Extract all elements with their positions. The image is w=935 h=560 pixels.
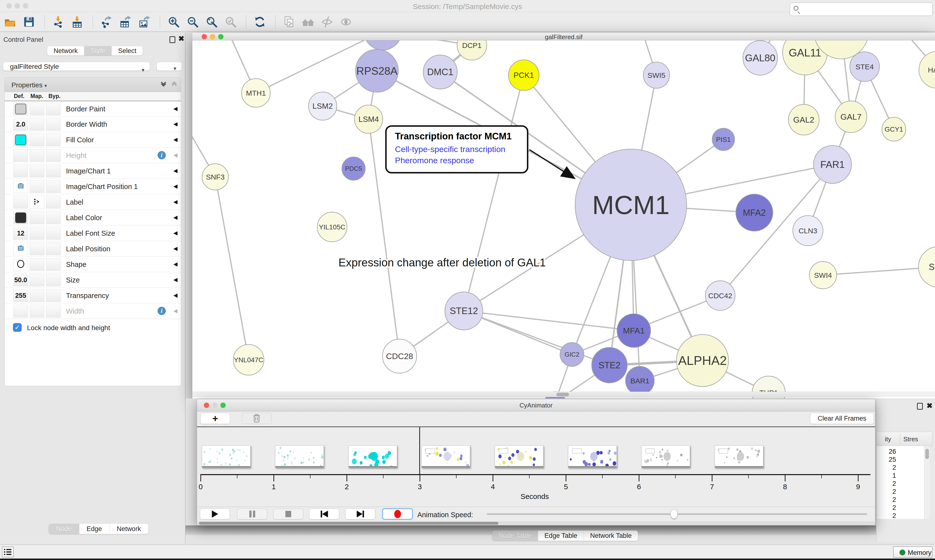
property-row-image-chart-1[interactable]: Image/Chart 1◀ [5,163,181,178]
property-row-width[interactable]: Widthi◀ [5,303,181,319]
cyanimator-hscrollbar[interactable] [197,521,875,525]
property-row-size[interactable]: 50.0Size◀ [5,272,181,288]
value-cell[interactable] [30,103,44,115]
value-cell[interactable] [13,180,28,193]
tab-network[interactable]: Network [110,524,148,534]
collapse-arrow-icon[interactable]: ◀ [173,308,177,314]
value-cell[interactable]: 2.0 [13,118,28,131]
collapse-arrow-icon[interactable]: ◀ [173,261,177,267]
scrollbar-thumb[interactable] [925,449,929,459]
hide-panels-icon[interactable] [321,16,333,28]
tab-edge-table[interactable]: Edge Table [538,531,584,541]
table-cell[interactable]: 2 [876,464,896,471]
birdseye-icon[interactable] [302,16,314,28]
task-history-button[interactable] [2,547,14,557]
network-hscrollbar[interactable] [192,392,935,397]
info-icon[interactable]: i [157,307,166,315]
column-header[interactable]: ity [876,435,891,443]
value-cell[interactable] [30,149,44,162]
property-row-fill-color[interactable]: Fill Color◀ [5,132,181,148]
annotation-text[interactable]: Expression change after deletion of GAL1 [338,256,546,269]
value-cell[interactable] [30,227,44,240]
pause-button[interactable] [237,509,267,519]
value-cell[interactable] [46,180,61,193]
value-cell[interactable] [46,243,61,255]
value-cell[interactable] [30,211,44,224]
annotation-callout[interactable]: Transcription factor MCM1 Cell-type-spec… [385,125,528,174]
close-panel-icon[interactable]: ✖ [926,402,933,409]
collapse-arrow-icon[interactable]: ◀ [173,199,177,205]
apply-layout-icon[interactable] [254,16,266,28]
callout-link[interactable]: Pheromone response [395,155,527,166]
value-cell[interactable] [30,196,44,208]
export-image-icon[interactable] [138,16,150,28]
collapse-arrow-icon[interactable]: ◀ [173,106,177,112]
save-session-icon[interactable] [23,16,35,28]
search-input[interactable] [790,2,933,16]
playhead[interactable] [419,427,420,475]
collapse-arrow-icon[interactable]: ◀ [173,214,177,221]
table-cell[interactable]: 2 [876,496,896,503]
zoom-fit-icon[interactable] [205,16,218,28]
properties-header[interactable]: Properties ▾ [5,78,181,92]
value-cell[interactable] [13,196,28,208]
value-cell[interactable] [13,165,28,177]
table-cell[interactable]: 25 [876,456,896,463]
tab-select[interactable]: Select [111,46,143,55]
table-vscrollbar[interactable] [924,446,930,519]
value-cell[interactable] [46,134,61,146]
property-row-height[interactable]: Heighti◀ [5,148,181,163]
value-cell[interactable] [13,103,28,115]
open-session-icon[interactable] [4,16,16,28]
table-cell[interactable]: 2 [876,488,896,495]
property-row-label[interactable]: Label◀ [5,194,181,210]
table-cell[interactable]: 2 [876,512,896,520]
collapse-arrow-icon[interactable]: ◀ [173,168,177,174]
network-edge[interactable] [215,177,248,360]
value-cell[interactable] [46,289,61,302]
collapse-arrow-icon[interactable]: ◀ [173,230,177,236]
scrollbar-thumb[interactable] [556,392,569,396]
record-button[interactable] [383,509,412,519]
collapse-arrow-icon[interactable]: ◀ [173,152,177,158]
value-cell[interactable] [30,289,44,302]
zoom-in-icon[interactable] [168,16,180,28]
value-cell[interactable] [30,180,44,193]
close-panel-icon[interactable]: ✖ [178,35,184,42]
network-edge[interactable] [464,75,524,311]
frame-thumbnail-1[interactable] [275,445,324,468]
speed-slider-thumb[interactable] [670,509,677,519]
property-row-image-chart-position-1[interactable]: Image/Chart Position 1◀ [5,178,181,194]
timeline[interactable]: 0123456789 Seconds [197,427,875,507]
float-panel-icon[interactable] [170,36,175,43]
network-window-titlebar[interactable]: galFiltered.sif [192,33,935,40]
property-row-shape[interactable]: Shape◀ [5,256,181,272]
play-button[interactable] [200,509,230,519]
property-row-transparency[interactable]: 255Transparency◀ [5,288,181,303]
value-cell[interactable] [46,196,61,208]
value-cell[interactable] [13,149,28,162]
collapse-all-icon[interactable] [173,82,176,86]
tab-network-table[interactable]: Network Table [584,531,638,541]
frame-thumbnail-7[interactable] [714,445,763,468]
collapse-arrow-icon[interactable]: ◀ [173,245,177,252]
tab-node-table[interactable]: Node Table [492,531,538,541]
collapse-arrow-icon[interactable]: ◀ [173,292,177,298]
collapse-arrow-icon[interactable]: ◀ [173,121,177,127]
previous-frame-button[interactable] [309,509,339,519]
clear-all-frames-button[interactable]: Clear All Frames [810,413,874,424]
property-row-label-color[interactable]: Label Color◀ [5,210,181,225]
value-cell[interactable] [13,258,28,271]
show-panels-icon[interactable] [340,16,352,28]
collapse-arrow-icon[interactable]: ◀ [173,137,177,143]
value-cell[interactable] [13,211,28,224]
network-canvas[interactable]: DCP1RPS28ADMC1PCK1SWI5GAL80GAL11STE4HAP2… [192,40,935,398]
collapse-arrow-icon[interactable]: ◀ [173,183,177,189]
stop-button[interactable] [273,509,303,519]
add-frame-button[interactable]: + [201,413,230,424]
tab-style[interactable]: Style [84,46,111,55]
value-cell[interactable] [13,305,28,317]
value-cell[interactable] [46,118,61,131]
frame-thumbnail-3[interactable] [421,445,470,468]
expand-all-icon[interactable] [162,80,165,85]
